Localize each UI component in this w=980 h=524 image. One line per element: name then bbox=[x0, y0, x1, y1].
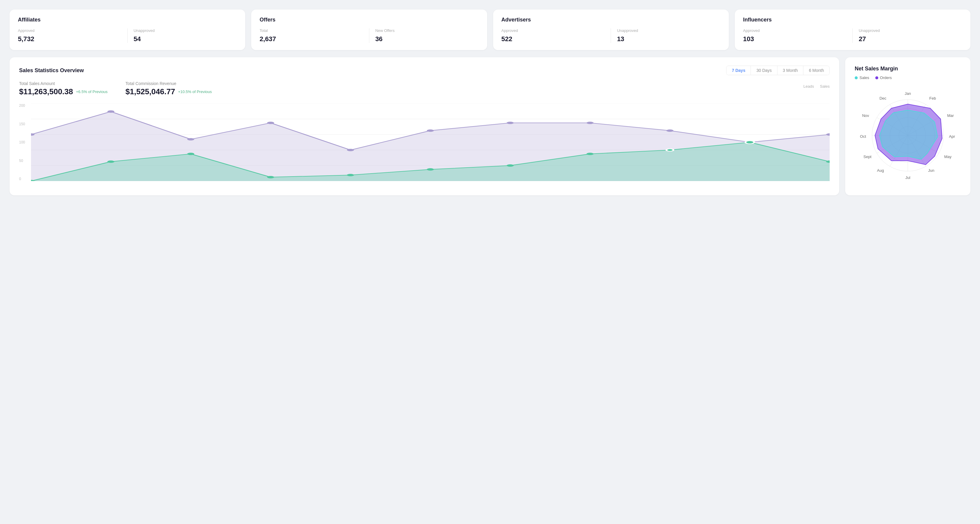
area-chart bbox=[31, 103, 830, 181]
card-affiliates: AffiliatesApproved5,732Unapproved54 bbox=[10, 10, 245, 50]
svg-point-9 bbox=[187, 138, 194, 140]
svg-point-22 bbox=[267, 176, 274, 178]
svg-point-10 bbox=[267, 122, 274, 124]
total-sales-label: Total Sales Amount bbox=[19, 81, 108, 86]
card-stats-2: Approved522Unapproved13 bbox=[501, 29, 721, 43]
svg-text:Jul: Jul bbox=[905, 175, 910, 180]
svg-text:Feb: Feb bbox=[929, 96, 936, 100]
stat-label-3-0: Approved bbox=[743, 29, 846, 33]
card-title-1: Offers bbox=[259, 17, 479, 23]
stat-label-2-0: Approved bbox=[501, 29, 605, 33]
svg-point-23 bbox=[347, 174, 354, 176]
total-sales-value: $11,263,500.38 +6.5% of Previous bbox=[19, 87, 108, 96]
sales-dot bbox=[855, 76, 858, 79]
stat-label-2-1: Unapproved bbox=[617, 29, 721, 33]
stat-value-0-0: 5,732 bbox=[18, 35, 121, 43]
svg-text:Apr: Apr bbox=[949, 134, 955, 139]
svg-point-26 bbox=[587, 153, 593, 155]
top-cards-section: AffiliatesApproved5,732Unapproved54Offer… bbox=[10, 10, 970, 50]
leads-sales-legend: Leads Sales bbox=[803, 84, 830, 89]
card-advertisers: AdvertisersApproved522Unapproved13 bbox=[493, 10, 729, 50]
stat-value-3-0: 103 bbox=[743, 35, 846, 43]
card-stats-3: Approved103Unapproved27 bbox=[743, 29, 962, 43]
stat-label-1-1: New Offers bbox=[375, 29, 479, 33]
svg-point-20 bbox=[107, 160, 115, 163]
card-offers: OffersTotal2,637New Offers36 bbox=[251, 10, 487, 50]
svg-point-8 bbox=[107, 110, 115, 113]
orders-dot bbox=[875, 76, 878, 79]
svg-point-24 bbox=[427, 168, 434, 171]
time-tab-3-month[interactable]: 3 Month bbox=[778, 66, 804, 75]
metrics-row: Total Sales Amount $11,263,500.38 +6.5% … bbox=[19, 81, 830, 96]
stat-value-0-1: 54 bbox=[134, 35, 237, 43]
svg-text:Aug: Aug bbox=[877, 168, 884, 173]
time-tabs: 7 Days30 Days3 Month6 Month bbox=[726, 66, 830, 75]
stat-block-1-1: New Offers36 bbox=[369, 29, 479, 43]
sales-chart-card: Sales Statistics Overview 7 Days30 Days3… bbox=[10, 57, 839, 195]
radar-chart-container: Jan Feb Mar Apr May Jun Jul Aug Sept Oct… bbox=[855, 85, 961, 186]
svg-point-14 bbox=[587, 122, 593, 124]
stat-value-3-1: 27 bbox=[859, 35, 962, 43]
svg-text:Jan: Jan bbox=[905, 91, 911, 96]
chart-title: Sales Statistics Overview bbox=[19, 67, 84, 74]
commission-value: $1,525,046.77 +10.5% of Previous bbox=[126, 87, 212, 96]
stat-block-2-1: Unapproved13 bbox=[611, 29, 721, 43]
legend-sales-label: Sales bbox=[859, 75, 869, 80]
stat-value-2-1: 13 bbox=[617, 35, 721, 43]
leads-label: Leads bbox=[803, 84, 814, 89]
card-influencers: InfluencersApproved103Unapproved27 bbox=[735, 10, 970, 50]
stat-block-3-0: Approved103 bbox=[743, 29, 846, 43]
stat-block-3-1: Unapproved27 bbox=[852, 29, 962, 43]
svg-point-12 bbox=[427, 129, 434, 132]
svg-text:Sept: Sept bbox=[863, 154, 872, 159]
area-chart-svg bbox=[31, 103, 830, 181]
legend-orders-label: Orders bbox=[880, 75, 892, 80]
legend-orders: Orders bbox=[875, 75, 892, 80]
radar-title: Net Sales Margin bbox=[855, 66, 961, 72]
chart-header: Sales Statistics Overview 7 Days30 Days3… bbox=[19, 66, 830, 75]
legend-sales: Sales bbox=[855, 75, 869, 80]
time-tab-30-days[interactable]: 30 Days bbox=[751, 66, 777, 75]
total-sales-change: +6.5% of Previous bbox=[76, 89, 108, 94]
time-tab-6-month[interactable]: 6 Month bbox=[803, 66, 829, 75]
svg-text:May: May bbox=[944, 154, 952, 159]
stat-value-1-1: 36 bbox=[375, 35, 479, 43]
card-title-2: Advertisers bbox=[501, 17, 721, 23]
commission-change: +10.5% of Previous bbox=[178, 89, 212, 94]
card-stats-0: Approved5,732Unapproved54 bbox=[18, 29, 237, 43]
card-title-0: Affiliates bbox=[18, 17, 237, 23]
svg-text:Dec: Dec bbox=[880, 96, 887, 100]
area-chart-container: 200 150 100 50 0 bbox=[19, 103, 830, 187]
commission-label: Total Commission Revenue bbox=[126, 81, 212, 86]
radar-legend: Sales Orders bbox=[855, 75, 961, 80]
svg-text:Mar: Mar bbox=[947, 113, 954, 118]
svg-point-25 bbox=[507, 164, 514, 167]
svg-point-28 bbox=[745, 141, 754, 144]
stat-value-2-0: 522 bbox=[501, 35, 605, 43]
radar-card: Net Sales Margin Sales Orders bbox=[845, 57, 970, 195]
svg-point-15 bbox=[667, 129, 674, 132]
stat-label-0-1: Unapproved bbox=[134, 29, 237, 33]
card-stats-1: Total2,637New Offers36 bbox=[259, 29, 479, 43]
time-tab-7-days[interactable]: 7 Days bbox=[726, 66, 751, 75]
stat-value-1-0: 2,637 bbox=[259, 35, 363, 43]
svg-text:Oct: Oct bbox=[860, 134, 866, 139]
stat-block-2-0: Approved522 bbox=[501, 29, 605, 43]
y-axis-labels: 200 150 100 50 0 bbox=[19, 103, 28, 181]
svg-text:Jun: Jun bbox=[928, 168, 934, 173]
svg-point-13 bbox=[507, 122, 514, 124]
commission-block: Total Commission Revenue $1,525,046.77 +… bbox=[126, 81, 212, 96]
svg-point-21 bbox=[187, 153, 194, 155]
total-sales-block: Total Sales Amount $11,263,500.38 +6.5% … bbox=[19, 81, 108, 96]
card-title-3: Influencers bbox=[743, 17, 962, 23]
stat-block-0-1: Unapproved54 bbox=[127, 29, 237, 43]
svg-point-27 bbox=[667, 149, 674, 151]
bottom-section: Sales Statistics Overview 7 Days30 Days3… bbox=[10, 57, 970, 195]
svg-text:Nov: Nov bbox=[862, 113, 869, 118]
stat-label-0-0: Approved bbox=[18, 29, 121, 33]
sales-label: Sales bbox=[820, 84, 830, 89]
radar-svg: Jan Feb Mar Apr May Jun Jul Aug Sept Oct… bbox=[857, 85, 959, 186]
stat-label-3-1: Unapproved bbox=[859, 29, 962, 33]
svg-point-11 bbox=[347, 149, 354, 151]
stat-block-1-0: Total2,637 bbox=[259, 29, 363, 43]
